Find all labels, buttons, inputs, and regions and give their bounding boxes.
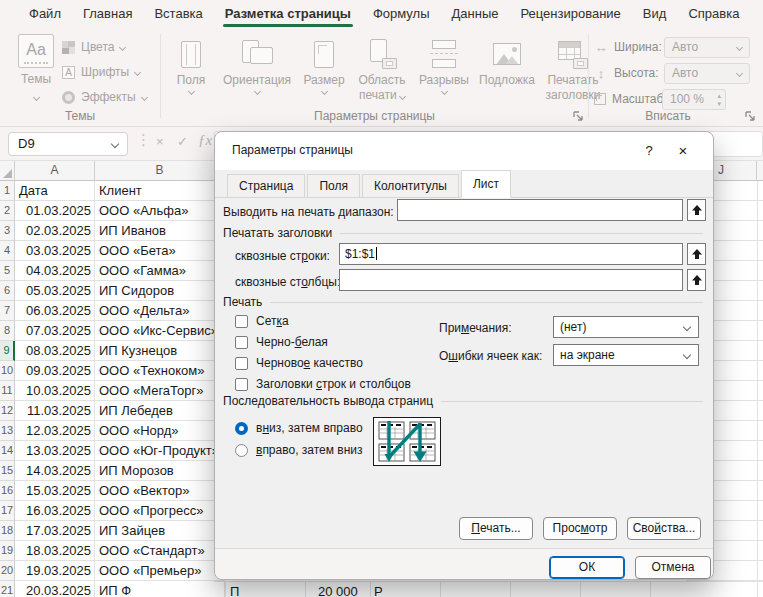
cell-errors-dropdown[interactable]: на экране — [553, 344, 699, 366]
row-header[interactable]: 3 — [0, 221, 15, 241]
cell-fragment[interactable]: П — [230, 584, 239, 597]
cell-fragment[interactable]: Р — [374, 584, 383, 597]
menu-tab-insert[interactable]: Вставка — [143, 0, 213, 28]
row-header[interactable]: 8 — [0, 321, 15, 341]
ribbon-breaks-button[interactable]: Разрывы — [416, 34, 472, 94]
row-header[interactable]: 5 — [0, 261, 15, 281]
dialog-tab-sheet[interactable]: Лист — [461, 170, 511, 198]
row-header[interactable]: 18 — [0, 521, 15, 541]
over-then-down-radio[interactable]: вправо, затем вниз — [235, 442, 363, 458]
row-header[interactable]: 21 — [0, 581, 15, 597]
cell[interactable]: 17.03.2025 — [15, 521, 95, 541]
cell[interactable]: ИП Зайцев — [95, 521, 225, 541]
row-header[interactable]: 16 — [0, 481, 15, 501]
row-header-active[interactable]: 9 — [0, 341, 15, 361]
column-header-a[interactable]: A — [15, 161, 95, 181]
spinner-arrows-icon[interactable]: ▴▾ — [717, 92, 721, 108]
cell[interactable]: ИП Сидоров — [95, 281, 225, 301]
dialog-close-icon[interactable]: × — [671, 140, 695, 162]
name-box[interactable]: D9 — [8, 132, 128, 156]
ribbon-background-button[interactable]: Подложка — [476, 34, 538, 87]
cell[interactable]: ИП Лебедев — [95, 401, 225, 421]
row-header[interactable]: 12 — [0, 401, 15, 421]
menu-tab-home[interactable]: Главная — [72, 0, 143, 28]
gridlines-checkbox[interactable]: Сетка — [235, 313, 289, 329]
cell[interactable]: ООО «Юг-Продукт» — [95, 441, 225, 461]
row-header[interactable]: 13 — [0, 421, 15, 441]
ribbon-margins-button[interactable]: Поля — [168, 34, 214, 94]
ribbon-print-area-button[interactable]: Область печати — [352, 34, 412, 102]
cell[interactable]: ООО «Гамма» — [95, 261, 225, 281]
draft-quality-checkbox[interactable]: Черновое качество — [235, 355, 363, 371]
row-header[interactable]: 14 — [0, 441, 15, 461]
row-header[interactable]: 11 — [0, 381, 15, 401]
cell[interactable]: 10.03.2025 — [15, 381, 95, 401]
menu-tab-file[interactable]: Файл — [18, 0, 72, 28]
cell[interactable]: 12.03.2025 — [15, 421, 95, 441]
cell[interactable]: ООО «Альфа» — [95, 201, 225, 221]
row-header[interactable]: 7 — [0, 301, 15, 321]
cell[interactable]: 08.03.2025 — [15, 341, 95, 361]
cell-fragment[interactable]: 20 000 — [318, 584, 358, 597]
cell[interactable]: ООО «Бета» — [95, 241, 225, 261]
cell[interactable]: 01.03.2025 — [15, 201, 95, 221]
cell[interactable]: ООО «Прогресс» — [95, 501, 225, 521]
cell[interactable]: ООО «Вектор» — [95, 481, 225, 501]
theme-effects-button[interactable]: Эффекты — [62, 86, 147, 108]
cell[interactable]: 13.03.2025 — [15, 441, 95, 461]
print-area-input[interactable] — [397, 199, 683, 221]
theme-fonts-button[interactable]: A Шрифты — [62, 61, 140, 83]
cell[interactable]: ООО «МегаТорг» — [95, 381, 225, 401]
cell[interactable]: ИП Кузнецов — [95, 341, 225, 361]
cell[interactable]: 02.03.2025 — [15, 221, 95, 241]
menu-tab-review[interactable]: Рецензирование — [509, 0, 631, 28]
row-header[interactable]: 1 — [0, 181, 15, 201]
collapse-dialog-button[interactable] — [687, 199, 706, 221]
cell[interactable]: 03.03.2025 — [15, 241, 95, 261]
row-header[interactable]: 15 — [0, 461, 15, 481]
row-header[interactable]: 20 — [0, 561, 15, 581]
cell[interactable]: ИП Иванов — [95, 221, 225, 241]
print-button[interactable]: Печать... — [459, 517, 533, 540]
fit-width-combo[interactable]: Авто — [664, 37, 750, 58]
select-all-corner[interactable] — [0, 161, 15, 181]
fit-height-combo[interactable]: Авто — [664, 63, 750, 84]
cell[interactable]: ООО «Дельта» — [95, 301, 225, 321]
menu-tab-page-layout[interactable]: Разметка страницы — [214, 0, 362, 28]
cell[interactable]: ИП Ф — [95, 581, 225, 597]
down-then-over-radio[interactable]: вниз, затем вправо — [235, 420, 363, 436]
confirm-entry-icon[interactable]: ✓ — [177, 134, 188, 149]
cell[interactable]: 14.03.2025 — [15, 461, 95, 481]
row-header[interactable]: 4 — [0, 241, 15, 261]
cell[interactable]: ООО «Премьер» — [95, 561, 225, 581]
cell[interactable]: 19.03.2025 — [15, 561, 95, 581]
page-setup-dialog-launcher[interactable] — [572, 110, 585, 123]
row-header[interactable]: 10 — [0, 361, 15, 381]
cell[interactable]: 16.03.2025 — [15, 501, 95, 521]
dialog-tab-page[interactable]: Страница — [227, 174, 305, 198]
dialog-help-button[interactable]: ? — [637, 140, 661, 162]
cell[interactable]: 09.03.2025 — [15, 361, 95, 381]
themes-button[interactable]: Темы — [12, 34, 60, 106]
cell[interactable]: Дата — [15, 181, 95, 201]
row-header[interactable]: 2 — [0, 201, 15, 221]
options-button[interactable]: Свойства... — [627, 517, 701, 540]
cancel-button[interactable]: Отмена — [635, 556, 711, 579]
cell[interactable]: ООО «Стандарт» — [95, 541, 225, 561]
ribbon-size-button[interactable]: Размер — [300, 34, 348, 94]
dialog-tab-header-footer[interactable]: Колонтитулы — [362, 174, 459, 198]
fit-dialog-launcher[interactable] — [744, 110, 757, 123]
menu-tab-help[interactable]: Справка — [677, 0, 750, 28]
row-header[interactable]: 6 — [0, 281, 15, 301]
row-column-headings-checkbox[interactable]: Заголовки строк и столбцов — [235, 376, 411, 392]
theme-colors-button[interactable]: Цвета — [62, 36, 125, 58]
rows-to-repeat-input[interactable]: $1:$1 — [339, 243, 683, 265]
cell[interactable]: 04.03.2025 — [15, 261, 95, 281]
collapse-dialog-button[interactable] — [687, 269, 706, 291]
fit-scale-spinner[interactable]: 100 %▴▾ — [662, 89, 726, 110]
row-header[interactable]: 19 — [0, 541, 15, 561]
cell[interactable]: 15.03.2025 — [15, 481, 95, 501]
collapse-dialog-button[interactable] — [687, 243, 706, 265]
cell[interactable]: 18.03.2025 — [15, 541, 95, 561]
cell[interactable]: ООО «Техноком» — [95, 361, 225, 381]
